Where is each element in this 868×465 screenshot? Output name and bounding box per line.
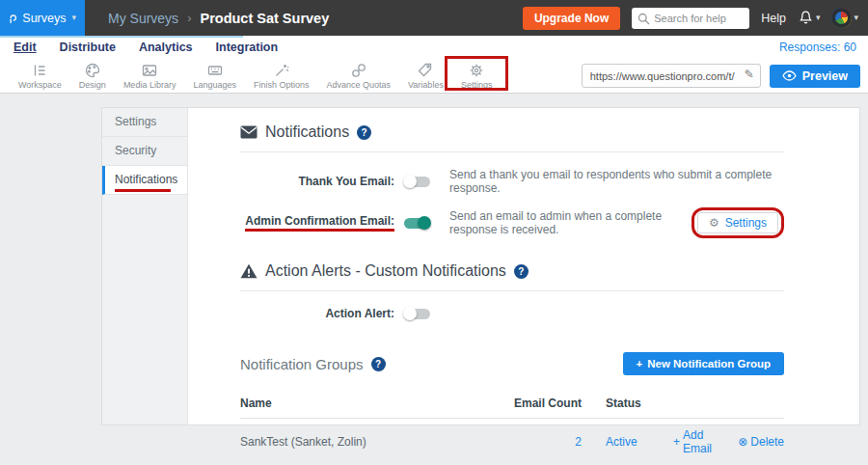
toolbar-item-languages[interactable]: Languages (184, 62, 245, 90)
sidebar-item-security[interactable]: Security (102, 137, 187, 166)
toolbar-item-variables[interactable]: Variables (399, 62, 452, 90)
tab-distribute[interactable]: Distribute (60, 41, 116, 54)
admin-email-settings-button[interactable]: ⚙ Settings (697, 212, 778, 233)
upgrade-now-button[interactable]: Upgrade Now (523, 7, 620, 30)
section-title: Action Alerts - Custom Notifications (265, 262, 506, 280)
surveys-menu-label: Surveys (22, 12, 66, 25)
notification-groups-header: Notification Groups ? + New Notification… (240, 352, 784, 375)
toggle-knob (403, 175, 417, 188)
edit-toolbar: Workspace Design Media Library Languages (0, 59, 868, 94)
column-header-name: Name (240, 397, 485, 410)
thank-you-email-row: Thank You Email: Send a thank you email … (240, 168, 784, 195)
section-title: Notifications (265, 123, 349, 141)
notifications-main: Notifications ? Thank You Email: Send a … (188, 108, 859, 424)
toggle-knob (403, 307, 417, 320)
help-icon[interactable]: ? (371, 357, 386, 371)
toolbar-item-finish-options[interactable]: Finish Options (245, 62, 318, 90)
preview-button-label: Preview (802, 69, 848, 83)
delete-label: Delete (750, 435, 784, 449)
chevron-down-icon: ▾ (71, 14, 76, 22)
settings-button-label: Settings (725, 216, 767, 230)
preview-button[interactable]: Preview (770, 65, 860, 88)
tab-analytics[interactable]: Analytics (139, 41, 193, 54)
group-status[interactable]: Active (606, 435, 673, 449)
design-palette-icon (84, 62, 101, 79)
sidebar-item-settings[interactable]: Settings (102, 108, 187, 137)
settings-side-nav: Settings Security Notifications (102, 108, 188, 424)
toolbar-item-label: Workspace (18, 80, 62, 90)
admin-confirmation-email-row: Admin Confirmation Email: Send an email … (240, 207, 784, 238)
breadcrumb-current-survey: Product Sat Survey (200, 11, 329, 26)
divider (240, 151, 784, 152)
help-icon[interactable]: ? (514, 264, 529, 279)
toolbar-item-workspace[interactable]: Workspace (10, 62, 70, 90)
group-email-count[interactable]: 2 (485, 435, 582, 449)
settings-gear-icon (468, 62, 485, 79)
delete-group-link[interactable]: ⊗ Delete (738, 428, 784, 455)
toolbar-item-label: Variables (408, 80, 444, 90)
languages-keyboard-icon (206, 62, 224, 79)
workspace-icon (31, 62, 48, 79)
toolbar-item-media-library[interactable]: Media Library (115, 62, 185, 90)
breadcrumb: My Surveys › Product Sat Survey (108, 11, 329, 26)
help-link[interactable]: Help (761, 12, 786, 25)
toolbar-item-label: Design (79, 80, 106, 90)
thank-you-email-description: Send a thank you email to respondents wh… (449, 168, 784, 195)
responses-count[interactable]: Responses: 60 (779, 41, 856, 54)
toolbar-item-design[interactable]: Design (70, 62, 115, 90)
search-icon (637, 13, 650, 25)
sidebar-item-label: Notifications (115, 173, 177, 186)
toolbar-item-label: Settings (461, 80, 493, 90)
add-email-label: Add Email (683, 428, 728, 455)
thank-you-email-toggle[interactable] (404, 177, 430, 187)
chevron-down-icon: ▾ (854, 14, 858, 22)
progress-strip (0, 36, 243, 38)
annotation-red-underline-notifications (115, 189, 171, 192)
notifications-bell[interactable]: ▾ (798, 10, 821, 26)
column-header-email-count: Email Count (485, 397, 582, 410)
settings-panel: Settings Security Notifications Notifica… (101, 107, 860, 425)
surveys-menu[interactable]: Surveys ▾ (0, 0, 85, 36)
breadcrumb-my-surveys[interactable]: My Surveys (108, 11, 178, 26)
new-group-button-label: New Notification Group (647, 358, 771, 369)
action-alerts-section-header: Action Alerts - Custom Notifications ? (240, 262, 784, 280)
action-alert-toggle[interactable] (404, 309, 430, 319)
delete-circle-icon: ⊗ (738, 435, 747, 449)
new-notification-group-button[interactable]: + New Notification Group (623, 352, 785, 375)
tab-edit[interactable]: Edit (14, 41, 37, 54)
warning-triangle-icon (240, 263, 258, 279)
advance-quotas-links-icon (350, 62, 367, 79)
help-icon[interactable]: ? (357, 125, 371, 140)
action-alert-row: Action Alert: (240, 307, 784, 320)
table-row: SankTest (Sanket, Zolin) 2 Active + Add … (240, 419, 784, 465)
media-library-icon (141, 62, 158, 79)
plus-icon: + (673, 435, 680, 449)
annotation-red-underline-admin-label: Admin Confirmation Email: (245, 214, 394, 232)
toolbar-right: ✎ Preview (582, 64, 860, 88)
toolbar-item-label: Media Library (123, 80, 176, 90)
survey-url-input[interactable] (582, 64, 761, 88)
action-alert-label: Action Alert: (240, 307, 394, 320)
avatar (831, 8, 852, 28)
gear-icon: ⚙ (709, 216, 719, 230)
sidebar-item-notifications[interactable]: Notifications (102, 166, 187, 195)
admin-confirmation-email-label: Admin Confirmation Email: (240, 214, 394, 232)
nav-tabs: Edit Distribute Analytics Integration (14, 41, 278, 54)
admin-confirmation-email-toggle[interactable] (404, 218, 430, 229)
account-menu[interactable]: ▾ (831, 8, 858, 28)
plus-icon: + (637, 358, 643, 369)
chevron-down-icon: ▾ (816, 14, 821, 22)
finish-options-wand-icon (273, 62, 290, 79)
tab-integration[interactable]: Integration (216, 41, 279, 54)
notification-groups-title: Notification Groups (240, 356, 364, 372)
add-email-link[interactable]: + Add Email (673, 428, 728, 455)
variables-tag-icon (417, 62, 434, 79)
edit-url-pencil-icon[interactable]: ✎ (745, 68, 754, 81)
topbar-right: Upgrade Now Help ▾ ▾ (523, 7, 868, 30)
toolbar-item-settings[interactable]: Settings (452, 62, 502, 90)
top-bar: Surveys ▾ My Surveys › Product Sat Surve… (0, 0, 868, 36)
content-area: Settings Security Notifications Notifica… (0, 94, 868, 425)
toolbar-item-advance-quotas[interactable]: Advance Quotas (317, 62, 399, 90)
breadcrumb-separator: › (187, 11, 191, 25)
group-name: SankTest (Sanket, Zolin) (240, 435, 485, 449)
